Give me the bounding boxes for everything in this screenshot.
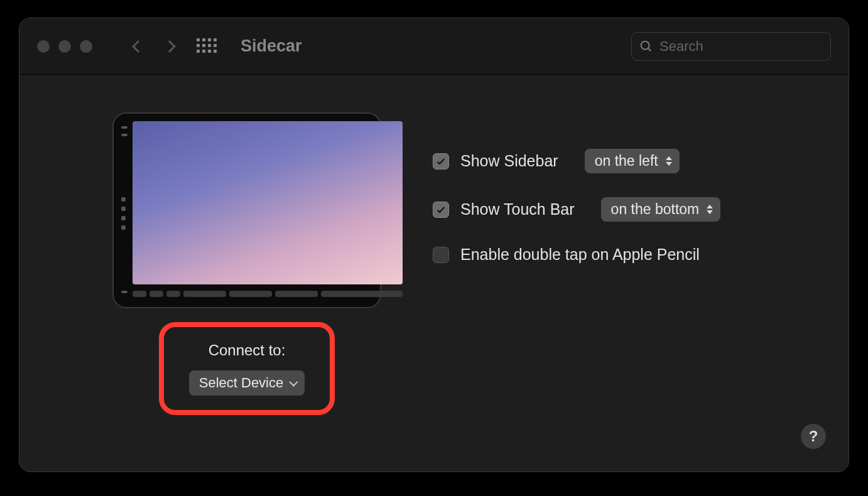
sidebar-position-value: on the left bbox=[595, 153, 658, 170]
search-input[interactable]: Search bbox=[631, 32, 831, 61]
ipad-screen-illustration bbox=[133, 121, 403, 284]
show-touchbar-label: Show Touch Bar bbox=[460, 200, 575, 218]
close-window-button[interactable] bbox=[37, 40, 50, 53]
preferences-window: Sidecar Search bbox=[19, 18, 849, 472]
updown-icon bbox=[707, 205, 713, 214]
ipad-sidebar-illustration bbox=[121, 121, 127, 299]
select-device-dropdown[interactable]: Select Device bbox=[189, 370, 305, 396]
updown-icon bbox=[666, 156, 672, 166]
checkmark-icon bbox=[436, 205, 446, 215]
search-icon bbox=[639, 40, 653, 53]
search-placeholder: Search bbox=[659, 38, 703, 55]
show-touchbar-row: Show Touch Bar on the bottom bbox=[433, 197, 784, 222]
svg-line-1 bbox=[648, 48, 651, 51]
checkmark-icon bbox=[436, 156, 446, 166]
back-button[interactable] bbox=[132, 40, 144, 53]
apple-pencil-row: Enable double tap on Apple Pencil bbox=[433, 245, 784, 264]
show-sidebar-row: Show Sidebar on the left bbox=[433, 149, 784, 173]
sidebar-position-dropdown[interactable]: on the left bbox=[585, 149, 680, 173]
connect-to-label: Connect to: bbox=[209, 342, 286, 359]
select-device-label: Select Device bbox=[199, 375, 284, 391]
apple-pencil-checkbox[interactable] bbox=[433, 247, 449, 263]
svg-point-0 bbox=[641, 41, 649, 49]
ipad-touchbar-illustration bbox=[133, 288, 403, 299]
options-panel: Show Sidebar on the left Show Touch Bar … bbox=[433, 149, 784, 264]
show-all-icon[interactable] bbox=[197, 38, 218, 55]
traffic-lights bbox=[37, 40, 92, 53]
connect-to-highlight: Connect to: Select Device bbox=[159, 322, 335, 415]
help-button[interactable]: ? bbox=[801, 424, 826, 449]
page-title: Sidecar bbox=[241, 36, 302, 56]
titlebar: Sidecar Search bbox=[19, 18, 849, 75]
content-area: Connect to: Select Device Show Sidebar o… bbox=[19, 75, 849, 472]
apple-pencil-label: Enable double tap on Apple Pencil bbox=[460, 245, 700, 264]
chevron-down-icon bbox=[290, 378, 298, 387]
touchbar-position-dropdown[interactable]: on the bottom bbox=[601, 197, 721, 222]
help-icon: ? bbox=[809, 428, 818, 445]
nav-arrows bbox=[134, 42, 174, 51]
show-sidebar-label: Show Sidebar bbox=[460, 152, 558, 170]
show-sidebar-checkbox[interactable] bbox=[433, 153, 449, 170]
zoom-window-button[interactable] bbox=[80, 40, 92, 53]
ipad-preview bbox=[112, 112, 381, 308]
minimize-window-button[interactable] bbox=[58, 40, 71, 53]
forward-button[interactable] bbox=[163, 40, 176, 53]
show-touchbar-checkbox[interactable] bbox=[433, 202, 449, 218]
touchbar-position-value: on the bottom bbox=[611, 201, 700, 218]
